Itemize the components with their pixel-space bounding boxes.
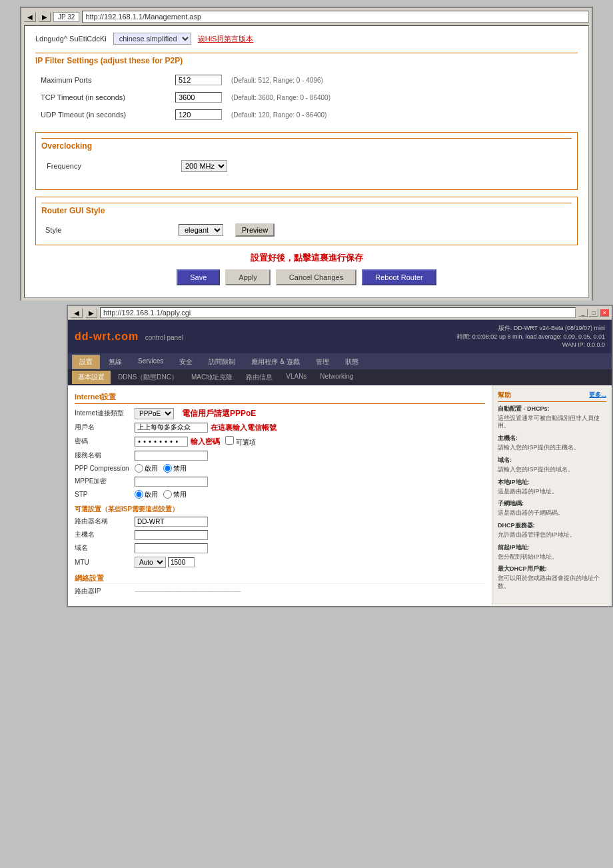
network-section-title: 網絡設置 xyxy=(75,573,485,584)
service-name-row: 服務名稱 xyxy=(75,451,485,461)
hostname-input[interactable] xyxy=(135,530,208,540)
nav-tab-security[interactable]: 安全 xyxy=(172,355,200,369)
max-ports-label: Maximum Ports xyxy=(37,72,170,88)
optional-checkbox[interactable] xyxy=(225,436,234,445)
bottom-browser-window: ◀ ▶ http://192.168.1.1/apply.cgi _ □ ✕ d… xyxy=(67,305,613,607)
username-input[interactable] xyxy=(135,423,208,433)
router-name-row: 路由器名稱 xyxy=(75,517,485,527)
ip-filter-table: Maximum Ports (Default: 512, Range: 0 - … xyxy=(35,71,578,124)
password-row: 密碼 輸入密碼 可選項 xyxy=(75,436,485,447)
logo-wrt: wrt xyxy=(93,331,111,342)
sub-tab-routing[interactable]: 路由信息 xyxy=(240,371,279,384)
help-max-dhcp: 最大DHCP用戶數: 您可以用於您或路由器會提供的地址个数。 xyxy=(498,565,606,590)
forward-icon[interactable]: ▶ xyxy=(39,12,51,22)
conn-type-select[interactable]: PPPoE xyxy=(135,408,174,419)
stp-enable-radio[interactable] xyxy=(135,490,143,499)
router-logo: dd-wrt.com xyxy=(75,331,143,342)
router-panel: dd-wrt.com control panel 版件: DD-WRT v24-… xyxy=(68,320,612,606)
ppp-enable-option[interactable]: 啟用 xyxy=(135,464,158,473)
udp-input[interactable] xyxy=(175,109,222,120)
top-browser-window: ◀ ▶ JP 32 http://192.168.1.1/Management.… xyxy=(20,7,593,301)
browser-content: Ldngudg^ SuEtiCdcKi chinese simplified 诶… xyxy=(24,25,589,298)
nav-tab-settings[interactable]: 設置 xyxy=(72,355,100,369)
router-sidebar: 幫助 更多... 自動配置 - DHCPs: 這些設置通常可被自動識別但非人員使… xyxy=(492,385,612,606)
nav-tab-apps[interactable]: 應用程序 & 遊戲 xyxy=(244,355,306,369)
network-settings: 網絡設置 路由器IP ───────────────────────── xyxy=(75,573,485,596)
conn-type-row: Internet連接類型 PPPoE 電信用戶請選PPPoE xyxy=(75,408,485,419)
style-select[interactable]: elegant xyxy=(179,224,223,236)
sub-tab-basic[interactable]: 基本設置 xyxy=(72,371,111,384)
service-name-input[interactable] xyxy=(135,451,208,461)
ppp-enable-label: 啟用 xyxy=(145,464,158,473)
nav-tab-wireless[interactable]: 無線 xyxy=(101,355,129,369)
router-ip-placeholder: ───────────────────────── xyxy=(135,588,241,595)
router-ip-row: 路由器IP ───────────────────────── xyxy=(75,587,485,596)
ppp-disable-option[interactable]: 禁用 xyxy=(163,464,187,473)
telecom-label: 在這裏輸入電信帳號 xyxy=(211,423,277,433)
bottom-address-bar[interactable]: http://192.168.1.1/apply.cgi xyxy=(100,307,576,318)
password-input[interactable] xyxy=(135,437,188,447)
domain-input[interactable] xyxy=(135,543,208,553)
bottom-forward-icon[interactable]: ▶ xyxy=(85,308,97,318)
router-name-value xyxy=(135,517,485,527)
tcp-input[interactable] xyxy=(175,92,222,103)
save-button[interactable]: Save xyxy=(177,269,220,285)
udp-timeout-row: UDP Timeout (in seconds) (Default: 120, … xyxy=(37,107,576,123)
sub-tab-vlans[interactable]: VLANs xyxy=(280,371,312,384)
hostname-label: 主機名 xyxy=(75,530,135,539)
start-ip-help-text: 您分配到初始IP地址。 xyxy=(498,553,606,561)
close-button[interactable]: ✕ xyxy=(600,309,609,317)
nav-tab-status[interactable]: 狀態 xyxy=(338,355,366,369)
nav-tab-services[interactable]: Services xyxy=(131,355,171,369)
nav-tab-access[interactable]: 訪問限制 xyxy=(201,355,243,369)
mppe-value xyxy=(135,477,485,487)
ip-filter-header: IP Filter Settings (adjust these for P2P… xyxy=(35,53,578,65)
reboot-button[interactable]: Reboot Router xyxy=(362,269,436,285)
stp-disable-option[interactable]: 禁用 xyxy=(163,490,187,499)
max-ports-input[interactable] xyxy=(175,75,222,85)
overclocking-header: Overclocking xyxy=(41,138,572,151)
router-main-content: Internet設置 Internet連接類型 PPPoE 電信用戶請選PPPo… xyxy=(68,385,492,606)
freq-select[interactable]: 200 MHz xyxy=(181,160,227,172)
mppe-row: MPPE加密 xyxy=(75,477,485,487)
max-ports-hint: (Default: 512, Range: 0 - 4096) xyxy=(227,72,576,88)
max-dhcp-help-title: 最大DHCP用戶數: xyxy=(498,565,606,573)
cancel-button[interactable]: Cancel Changes xyxy=(276,269,356,285)
pppoe-label: 電信用戶請選PPPoE xyxy=(182,408,256,419)
sub-tab-networking[interactable]: Networking xyxy=(314,371,359,384)
preview-button[interactable]: Preview xyxy=(235,223,275,237)
lang-link[interactable]: 诶HiS捋第言版本 xyxy=(198,34,254,44)
sub-tab-mac[interactable]: MAC地址克隆 xyxy=(185,371,239,384)
ppp-disable-radio[interactable] xyxy=(163,464,172,473)
start-ip-help-title: 前起IP地址: xyxy=(498,543,606,552)
nav-tab-admin[interactable]: 管理 xyxy=(308,355,336,369)
maximize-button[interactable]: □ xyxy=(589,309,598,317)
tcp-hint: (Default: 3600, Range: 0 - 86400) xyxy=(227,89,576,105)
lang-select[interactable]: chinese simplified xyxy=(113,33,191,45)
router-name-input[interactable] xyxy=(135,517,208,527)
router-ip-value: ───────────────────────── xyxy=(135,588,485,595)
sub-tab-ddns[interactable]: DDNS（動態DNC） xyxy=(112,371,184,384)
minimize-button[interactable]: _ xyxy=(578,309,588,317)
bottom-back-icon[interactable]: ◀ xyxy=(71,308,83,318)
stp-disable-radio[interactable] xyxy=(163,490,172,499)
browser-address-bar[interactable]: http://192.168.1.1/Management.asp xyxy=(82,11,589,23)
internet-section-title: Internet設置 xyxy=(75,392,485,404)
apply-button[interactable]: Apply xyxy=(225,269,271,285)
router-ip-label: 路由器IP xyxy=(75,587,135,596)
router-logo-area: dd-wrt.com control panel xyxy=(75,331,183,343)
router-name-label: 路由器名稱 xyxy=(75,517,135,526)
ppp-enable-radio[interactable] xyxy=(135,464,143,473)
mtu-select[interactable]: Auto xyxy=(135,557,166,568)
gui-style-section: Router GUI Style Style elegant Preview xyxy=(35,197,578,245)
tcp-timeout-row: TCP Timeout (in seconds) (Default: 3600,… xyxy=(37,89,576,105)
stp-enable-option[interactable]: 啟用 xyxy=(135,490,158,499)
stp-disable-label: 禁用 xyxy=(173,490,187,499)
back-icon[interactable]: ◀ xyxy=(24,12,36,22)
mppe-input[interactable] xyxy=(135,477,208,487)
help-more-link[interactable]: 更多... xyxy=(589,391,606,400)
mtu-input[interactable] xyxy=(168,557,195,567)
router-info: 版件: DD-WRT v24-Beta (08/19/07) mini 時間: … xyxy=(457,324,605,349)
optional-label: 可選項 xyxy=(236,439,256,446)
username-value: 在這裏輸入電信帳號 xyxy=(135,423,485,433)
